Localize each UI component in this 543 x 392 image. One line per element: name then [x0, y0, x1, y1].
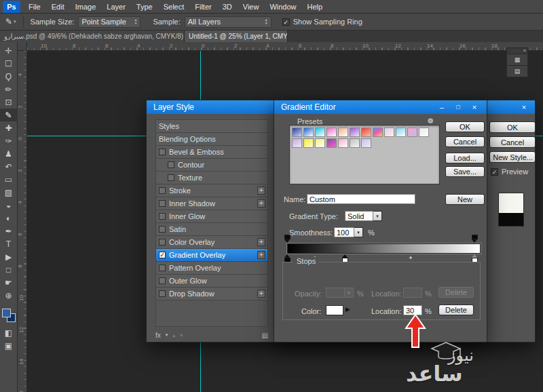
ls-item-satin[interactable]: Satin [156, 223, 267, 236]
gradient-preset[interactable] [361, 128, 371, 137]
crop-tool[interactable]: ⊡ [0, 96, 18, 109]
ls-item-gradient-overlay[interactable]: ✓Gradient Overlay+ [156, 249, 267, 262]
panel-icon-1[interactable]: ▦ [506, 54, 528, 66]
gradient-preset[interactable] [361, 138, 371, 148]
show-sampling-ring-checkbox[interactable]: ✓ [282, 18, 290, 26]
hand-tool[interactable]: ☛ [0, 276, 18, 289]
brush-tool[interactable]: ✑ [0, 134, 18, 147]
new-button[interactable]: New [445, 194, 485, 205]
gradient-name-input[interactable] [307, 194, 415, 204]
stop-color-swatch[interactable] [326, 305, 343, 315]
menu-layer[interactable]: Layer [101, 0, 131, 14]
checkbox[interactable] [159, 187, 166, 194]
dodge-tool[interactable]: ◐ [0, 212, 18, 224]
eyedropper-tool[interactable]: ✎ [0, 109, 18, 121]
menu-image[interactable]: Image [70, 0, 102, 14]
menu-type[interactable]: Type [131, 0, 158, 14]
document-tab-2[interactable]: Untitled-1 @ 25% (Layer 1, CMYK/8) * ▾ × [185, 31, 288, 42]
menu-view[interactable]: View [238, 0, 265, 14]
new-style-button[interactable]: New Style... [489, 151, 536, 163]
checkbox[interactable] [159, 290, 166, 297]
pen-tool[interactable]: ✒ [0, 224, 18, 237]
gradient-preset[interactable] [396, 128, 406, 137]
plus-icon[interactable]: + [257, 187, 265, 195]
quick-mask-button[interactable]: ◧ [0, 326, 18, 339]
panel-icon-2[interactable]: ▤ [506, 66, 528, 77]
gradient-tool[interactable]: ▨ [0, 186, 18, 199]
ls-item-styles[interactable]: Styles [156, 120, 267, 133]
gradient-preset[interactable] [419, 128, 429, 137]
checkbox[interactable] [159, 149, 166, 155]
checkbox[interactable] [159, 239, 166, 246]
sample-size-dropdown[interactable]: Point Sample ▲▼ [78, 16, 141, 28]
ls-item-pattern-overlay[interactable]: Pattern Overlay [156, 262, 267, 275]
menu-3d[interactable]: 3D [217, 0, 238, 14]
menu-filter[interactable]: Filter [189, 0, 217, 14]
checkbox[interactable] [159, 200, 166, 207]
ls-item-inner-glow[interactable]: Inner Glow [156, 210, 267, 223]
opacity-stop-right[interactable] [472, 235, 478, 243]
gradient-preset[interactable] [350, 138, 360, 148]
gradient-editor-titlebar[interactable]: Gradient Editor – □ × [274, 100, 487, 114]
sample-dropdown[interactable]: All Layers ▲▼ [185, 16, 272, 28]
plus-icon[interactable]: + [257, 238, 265, 246]
ls-item-inner-shadow[interactable]: Inner Shadow+ [156, 197, 267, 210]
gradient-preset[interactable] [303, 128, 314, 137]
lasso-tool[interactable]: Ϙ [0, 70, 18, 83]
gradient-preset[interactable] [407, 128, 417, 137]
checkbox[interactable] [159, 226, 166, 233]
horizontal-ruler[interactable]: 10 8 6 4 2 0 2 4 6 8 10 12 14 16 18 [27, 42, 543, 51]
tool-preset-caret-icon[interactable]: ▾ [14, 19, 16, 24]
marquee-tool[interactable]: ☐ [0, 57, 18, 70]
gradient-type-dropdown[interactable]: Solid ▾ [345, 211, 382, 221]
ok-button[interactable]: OK [445, 121, 485, 132]
preview-checkbox[interactable]: ✓ [491, 168, 498, 176]
menu-edit[interactable]: Edit [46, 0, 70, 14]
gradient-preset[interactable] [303, 138, 314, 148]
gradient-preset[interactable] [292, 138, 302, 148]
cancel-button[interactable]: Cancel [445, 136, 485, 147]
rectangle-tool[interactable]: □ [0, 263, 18, 276]
gradient-bar[interactable] [287, 243, 481, 254]
plus-icon[interactable]: + [257, 290, 265, 298]
clone-stamp-tool[interactable]: ♟ [0, 147, 18, 160]
trash-icon[interactable]: ▤ [262, 332, 268, 339]
document-tab-1[interactable]: سبزارو.psd @ 49/6% (Dehkadeh sabze argha… [0, 31, 185, 42]
quick-selection-tool[interactable]: ✏ [0, 83, 18, 96]
delete-button[interactable]: Delete [438, 305, 474, 315]
checkbox[interactable] [159, 264, 166, 271]
ls-item-bevel-emboss[interactable]: Bevel & Emboss [156, 146, 267, 159]
path-selection-tool[interactable]: ▶ [0, 250, 18, 263]
ls-item-contour[interactable]: Contour [156, 159, 267, 172]
plus-icon[interactable]: + [257, 199, 265, 208]
gradient-preset[interactable] [350, 128, 360, 137]
caret-down-icon[interactable]: ▾ [354, 227, 363, 237]
gradient-preset[interactable] [315, 138, 325, 148]
vertical-ruler[interactable]: 4 2 0 2 4 6 8 10 12 14 16 [18, 51, 27, 392]
checkbox[interactable] [159, 213, 166, 220]
ls-item-color-overlay[interactable]: Color Overlay+ [156, 236, 267, 249]
gradient-preset[interactable] [326, 128, 337, 137]
ls-item-drop-shadow[interactable]: Drop Shadow+ [156, 288, 267, 300]
color-menu-arrow-icon[interactable]: ▶ [345, 306, 350, 313]
move-down-icon[interactable]: ▾ [180, 332, 183, 338]
ls-item-blending-options[interactable]: Blending Options [156, 133, 267, 146]
opacity-stop-left[interactable] [284, 235, 291, 243]
cancel-button[interactable]: Cancel [489, 136, 536, 148]
history-brush-tool[interactable]: ↶ [0, 160, 18, 173]
checkbox[interactable] [168, 161, 174, 168]
move-tool[interactable]: ✛ [0, 44, 18, 57]
maximize-icon[interactable]: □ [451, 100, 465, 114]
gradient-preset[interactable] [292, 128, 302, 137]
type-tool[interactable]: T [0, 237, 18, 250]
ok-button[interactable]: OK [489, 121, 536, 133]
ls-item-stroke[interactable]: Stroke+ [156, 184, 267, 197]
ls-item-texture[interactable]: Texture [156, 172, 267, 184]
foreground-color-swatch[interactable] [2, 309, 11, 317]
checkbox[interactable] [168, 174, 174, 181]
checkbox[interactable] [159, 277, 166, 284]
ls-item-outer-glow[interactable]: Outer Glow [156, 275, 267, 288]
eyedropper-tool-icon[interactable]: ✎ [5, 17, 12, 26]
gradient-preset[interactable] [338, 128, 348, 137]
color-swatches[interactable] [2, 309, 16, 322]
